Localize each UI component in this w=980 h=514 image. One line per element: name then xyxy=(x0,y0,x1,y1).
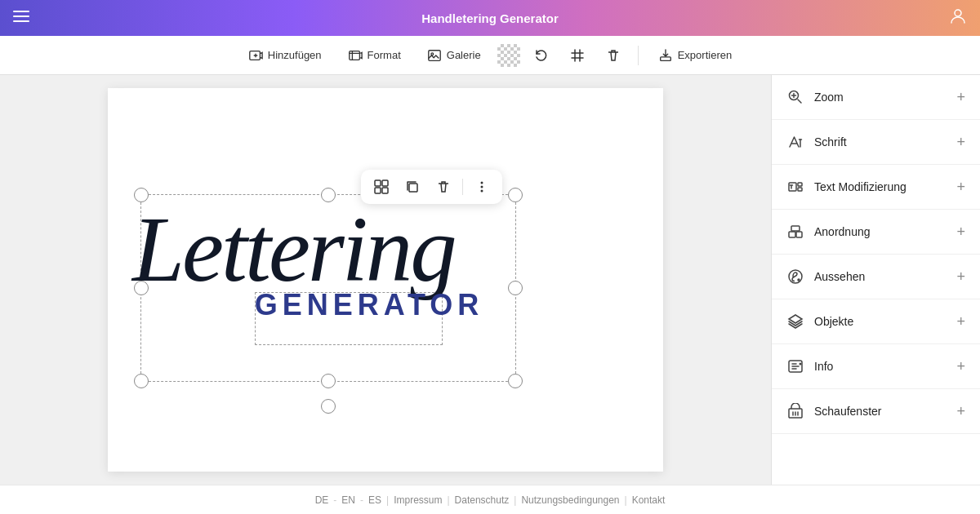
schaufenster-label: Schaufenster xyxy=(814,405,882,418)
hinzufuegen-button[interactable]: Hinzufügen xyxy=(238,43,332,68)
sel-separator xyxy=(462,179,463,195)
toolbar-separator xyxy=(638,46,639,65)
format-label: Format xyxy=(368,49,401,61)
impressum-link[interactable]: Impressum xyxy=(394,494,442,506)
lettering-block-text[interactable]: GENERATOR xyxy=(222,288,516,322)
lang-es[interactable]: ES xyxy=(368,494,381,506)
schaufenster-plus[interactable]: + xyxy=(956,403,965,420)
zoom-plus[interactable]: + xyxy=(956,89,965,106)
font-icon xyxy=(786,133,804,151)
hinzufuegen-label: Hinzufügen xyxy=(268,49,322,61)
svg-rect-11 xyxy=(375,188,381,193)
text-mod-icon xyxy=(786,178,804,196)
footer: DE - EN - ES | Impressum | Datenschutz |… xyxy=(0,485,980,514)
menu-icon[interactable] xyxy=(13,8,29,29)
handle-rotate[interactable] xyxy=(321,399,336,414)
aussehen-label: Aussehen xyxy=(814,270,865,283)
arrange-icon xyxy=(786,223,804,241)
schrift-label: Schrift xyxy=(814,135,847,148)
toolbar: Hinzufügen Format Galerie xyxy=(0,36,980,75)
handle-bottom-left[interactable] xyxy=(134,374,149,388)
header: Handletering Generator xyxy=(0,0,980,36)
aussehen-plus[interactable]: + xyxy=(956,268,965,286)
more-options-button[interactable] xyxy=(468,173,496,201)
panel-item-zoom[interactable]: Zoom + xyxy=(772,75,980,120)
sel-delete-button[interactable] xyxy=(430,173,457,201)
svg-rect-10 xyxy=(382,180,388,186)
panel-item-schrift[interactable]: Schrift + xyxy=(772,120,980,165)
anordnung-plus[interactable]: + xyxy=(956,224,965,241)
format-button[interactable]: Format xyxy=(338,43,411,68)
user-icon[interactable] xyxy=(949,7,967,29)
schrift-plus[interactable]: + xyxy=(956,134,965,151)
selection-toolbar xyxy=(361,170,502,204)
panel-item-objekte[interactable]: Objekte + xyxy=(772,299,980,344)
text-mod-plus[interactable]: + xyxy=(956,179,965,196)
lettering-text-group[interactable]: Lettering GENERATOR xyxy=(132,202,516,322)
svg-rect-18 xyxy=(789,183,796,191)
galerie-button[interactable]: Galerie xyxy=(417,43,491,68)
lettering-cursive-text[interactable]: Lettering xyxy=(132,202,516,296)
handle-bottom-mid[interactable] xyxy=(321,374,336,388)
svg-point-26 xyxy=(800,363,802,366)
zoom-label: Zoom xyxy=(814,91,844,104)
svg-rect-13 xyxy=(409,184,417,192)
kontakt-link[interactable]: Kontakt xyxy=(632,494,666,506)
svg-point-3 xyxy=(955,10,961,16)
delete-button[interactable] xyxy=(599,41,628,70)
duplicate-button[interactable] xyxy=(399,173,426,201)
svg-rect-23 xyxy=(791,226,800,231)
app-title: Handletering Generator xyxy=(421,11,559,25)
svg-rect-22 xyxy=(796,232,802,237)
svg-rect-2 xyxy=(13,20,29,22)
anordnung-label: Anordnung xyxy=(814,225,871,238)
grid-button[interactable] xyxy=(563,41,592,70)
info-plus[interactable]: + xyxy=(956,358,965,375)
group-button[interactable] xyxy=(368,173,395,201)
lang-en[interactable]: EN xyxy=(341,494,355,506)
svg-rect-8 xyxy=(660,56,670,60)
exportieren-label: Exportieren xyxy=(678,49,732,61)
svg-rect-12 xyxy=(382,188,388,193)
svg-rect-20 xyxy=(798,188,802,191)
svg-rect-5 xyxy=(349,51,359,60)
store-icon xyxy=(786,402,804,420)
panel-item-zoom-left: Zoom xyxy=(786,88,844,106)
layers-icon xyxy=(786,312,804,330)
undo-button[interactable] xyxy=(527,41,556,70)
canvas[interactable]: Lettering GENERATOR xyxy=(108,88,663,472)
panel-item-anordnung[interactable]: Anordnung + xyxy=(772,210,980,255)
panel-item-text-mod[interactable]: Text Modifizierung + xyxy=(772,165,980,210)
datenschutz-link[interactable]: Datenschutz xyxy=(455,494,510,506)
svg-rect-1 xyxy=(13,16,29,17)
background-toggle[interactable] xyxy=(497,44,520,67)
panel-item-info[interactable]: Info + xyxy=(772,344,980,389)
svg-rect-9 xyxy=(375,180,381,186)
text-mod-label: Text Modifizierung xyxy=(814,180,906,193)
svg-rect-6 xyxy=(429,50,440,60)
svg-rect-19 xyxy=(798,183,802,186)
svg-point-14 xyxy=(481,182,483,184)
objekte-label: Objekte xyxy=(814,315,853,328)
zoom-icon xyxy=(786,88,804,106)
svg-rect-0 xyxy=(13,11,29,12)
lang-de[interactable]: DE xyxy=(315,494,329,506)
info-label: Info xyxy=(814,360,833,373)
objekte-plus[interactable]: + xyxy=(956,313,965,330)
appearance-icon xyxy=(786,268,804,286)
svg-rect-21 xyxy=(789,232,795,237)
panel-item-schaufenster[interactable]: Schaufenster + xyxy=(772,389,980,434)
main-area: Lettering GENERATOR Zoom + xyxy=(0,75,980,485)
exportieren-button[interactable]: Exportieren xyxy=(648,43,742,68)
canvas-area[interactable]: Lettering GENERATOR xyxy=(0,75,771,485)
panel-item-aussehen[interactable]: Aussehen + xyxy=(772,255,980,299)
handle-top-right[interactable] xyxy=(508,188,523,202)
nutzungsbedingungen-link[interactable]: Nutzungsbedingungen xyxy=(521,494,619,506)
svg-point-15 xyxy=(481,186,483,188)
handle-bottom-right[interactable] xyxy=(508,374,523,388)
svg-point-16 xyxy=(481,190,483,193)
right-panel: Zoom + Schrift + xyxy=(771,75,980,485)
info-icon xyxy=(786,357,804,375)
galerie-label: Galerie xyxy=(447,49,481,61)
svg-point-24 xyxy=(798,279,800,281)
